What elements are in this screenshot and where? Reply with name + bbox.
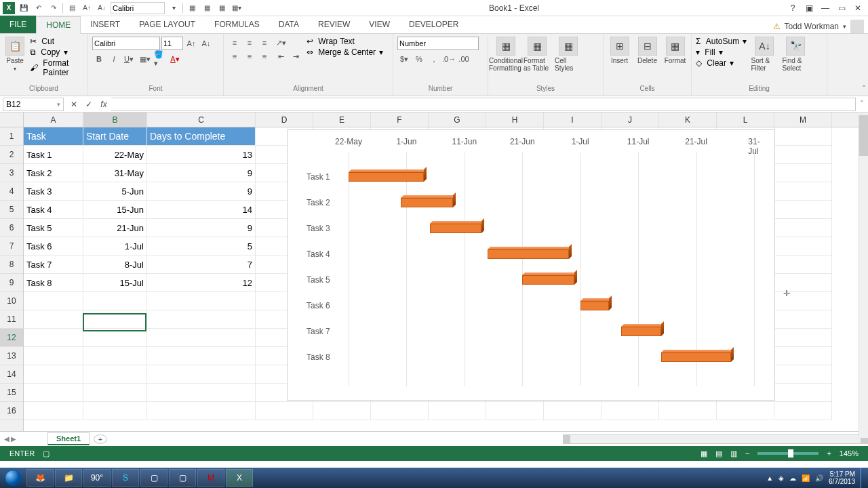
col-header-G[interactable]: G (429, 113, 486, 127)
zoom-in-button[interactable]: + (823, 449, 835, 458)
ribbon-display-icon[interactable]: ▣ (803, 3, 815, 13)
cell-A14[interactable] (24, 365, 83, 384)
cell-C12[interactable] (147, 329, 256, 347)
underline-button[interactable]: U▾ (122, 53, 136, 65)
tray-net-icon[interactable]: 📶 (802, 474, 810, 482)
cell-C1[interactable]: Days to Complete (147, 127, 256, 146)
cell-C9[interactable]: 12 (147, 274, 256, 292)
cell-C15[interactable] (147, 384, 256, 402)
chart-bar[interactable] (401, 198, 453, 207)
col-header-K[interactable]: K (659, 113, 717, 127)
cell-A1[interactable]: Task (24, 127, 83, 146)
currency-icon[interactable]: $▾ (397, 53, 411, 65)
formula-input[interactable] (111, 98, 856, 111)
delete-cells-button[interactable]: ⊟Delete (635, 37, 659, 64)
select-all-corner[interactable] (0, 113, 23, 127)
cell-A2[interactable]: Task 1 (24, 146, 83, 164)
view-layout-icon[interactable]: ▤ (711, 449, 726, 458)
maximize-icon[interactable]: ▭ (835, 3, 848, 13)
fill-button[interactable]: ▾ Fill ▾ (696, 47, 747, 57)
tab-view[interactable]: VIEW (359, 16, 399, 33)
chart-bar[interactable] (488, 249, 569, 259)
increase-font-icon[interactable]: A↑ (184, 37, 198, 49)
col-header-A[interactable]: A (24, 113, 83, 127)
format-painter-button[interactable]: 🖌 Format Painter (30, 58, 83, 77)
cell-A16[interactable] (24, 402, 83, 420)
cut-button[interactable]: ✂ Cut (30, 37, 83, 46)
wrap-text-button[interactable]: ↩ Wrap Text (307, 37, 383, 46)
font-color-button[interactable]: A▾ (168, 53, 182, 65)
tab-data[interactable]: DATA (269, 16, 309, 33)
format-cells-button[interactable]: ▦Format (663, 37, 687, 64)
bold-button[interactable]: B (92, 53, 106, 65)
cell-F16[interactable] (371, 402, 429, 420)
cell-C5[interactable]: 14 (147, 201, 256, 219)
col-header-D[interactable]: D (256, 113, 313, 127)
cancel-icon[interactable]: ✕ (66, 100, 81, 109)
qat-btn-2[interactable]: ▦ (201, 2, 213, 14)
percent-icon[interactable]: % (412, 53, 426, 65)
insert-cells-button[interactable]: ⊞Insert (608, 37, 631, 64)
tab-pagelayout[interactable]: PAGE LAYOUT (130, 16, 205, 33)
align-left-icon[interactable]: ≡ (228, 50, 241, 62)
dec-dec-icon[interactable]: .00 (457, 53, 471, 65)
cell-A9[interactable]: Task 8 (24, 274, 83, 292)
qat-btn-4[interactable]: ▦▾ (231, 2, 243, 14)
comma-icon[interactable]: , (427, 53, 441, 65)
tab-developer[interactable]: DEVELOPER (399, 16, 468, 33)
cell-B4[interactable]: 5-Jun (83, 182, 147, 201)
cell-A3[interactable]: Task 2 (24, 164, 83, 182)
new-icon[interactable]: ▤ (66, 2, 78, 14)
col-header-H[interactable]: H (486, 113, 544, 127)
cell-A11[interactable] (24, 310, 83, 329)
font-size-combo[interactable] (161, 37, 183, 50)
cell-E16[interactable] (313, 402, 371, 420)
cell-B10[interactable] (83, 292, 147, 310)
sheet-nav[interactable]: ◀▶ (0, 435, 20, 443)
qat-btn-1[interactable]: ▦ (186, 2, 198, 14)
cell-M7[interactable] (774, 237, 832, 256)
cell-C11[interactable] (147, 310, 256, 329)
col-header-I[interactable]: I (544, 113, 601, 127)
show-desktop-button[interactable] (861, 468, 865, 488)
view-normal-icon[interactable]: ▦ (696, 449, 711, 458)
cell-styles-button[interactable]: ▦Cell Styles (555, 37, 582, 72)
orientation-icon[interactable]: ↗▾ (274, 37, 288, 49)
font-family-combo[interactable] (92, 37, 160, 50)
border-button[interactable]: ▦▾ (138, 53, 152, 65)
row-header-13[interactable]: 13 (0, 347, 23, 365)
tab-insert[interactable]: INSERT (81, 16, 130, 33)
cell-B9[interactable]: 15-Jul (83, 274, 147, 292)
tray-app-icon[interactable]: ◈ (778, 474, 784, 482)
tab-review[interactable]: REVIEW (309, 16, 359, 33)
sheet-tab-active[interactable]: Sheet1 (47, 432, 90, 445)
zoom-slider[interactable] (757, 452, 818, 455)
cell-M6[interactable] (774, 219, 832, 237)
cell-C4[interactable]: 9 (147, 182, 256, 201)
col-header-E[interactable]: E (313, 113, 371, 127)
help-icon[interactable]: ? (787, 3, 799, 13)
enter-icon[interactable]: ✓ (81, 100, 96, 109)
cell-D16[interactable] (256, 402, 313, 420)
qat-btn-3[interactable]: ▦ (216, 2, 228, 14)
start-button[interactable] (0, 468, 26, 488)
row-header-2[interactable]: 2 (0, 146, 23, 164)
row-header-3[interactable]: 3 (0, 164, 23, 182)
cond-format-button[interactable]: ▦Conditional Formatting (492, 37, 519, 72)
cell-M1[interactable] (774, 127, 832, 146)
cell-C2[interactable]: 13 (147, 146, 256, 164)
qat-font-combo[interactable] (111, 2, 165, 14)
sort-filter-button[interactable]: A↓Sort & Filter (751, 37, 778, 72)
system-tray[interactable]: ▲ ◈ ☁ 📶 🔊 5:17 PM6/7/2013 (764, 468, 868, 488)
row-header-10[interactable]: 10 (0, 292, 23, 310)
cell-L16[interactable] (717, 402, 774, 420)
zoom-in-icon[interactable]: A↑ (81, 2, 93, 14)
undo-icon[interactable]: ↶ (33, 2, 45, 14)
fx-icon[interactable]: fx (96, 100, 111, 109)
col-header-C[interactable]: C (147, 113, 256, 127)
align-top-icon[interactable]: ≡ (228, 37, 241, 49)
cell-M4[interactable] (774, 182, 832, 201)
cell-C13[interactable] (147, 347, 256, 365)
col-header-F[interactable]: F (371, 113, 429, 127)
chart-bar[interactable] (430, 224, 482, 233)
